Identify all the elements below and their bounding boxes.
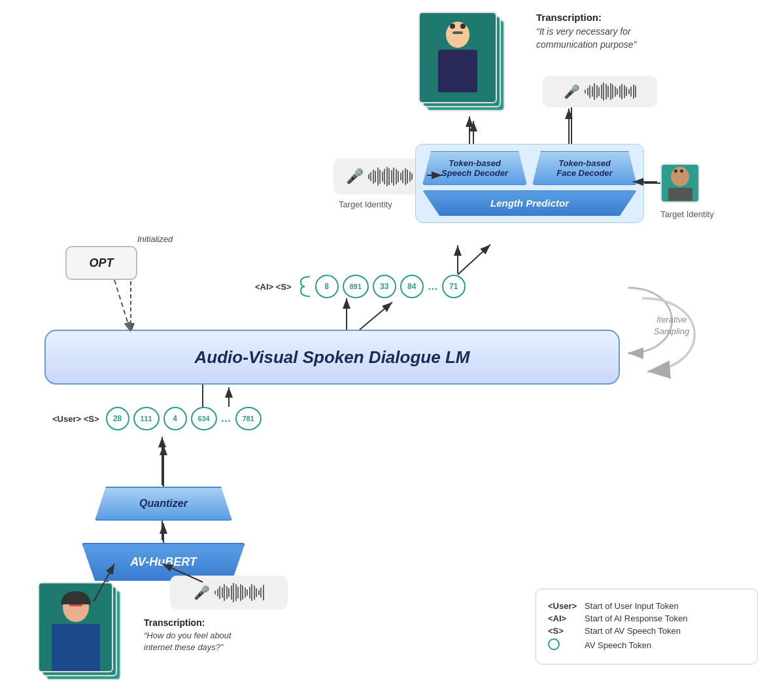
top-waveform-container: 🎤 bbox=[333, 158, 425, 194]
opt-box: OPT bbox=[65, 246, 137, 280]
face-decoder-label: Token-basedFace Decoder bbox=[556, 158, 612, 178]
waveform-top bbox=[368, 167, 413, 186]
ai-tokens-prefix: <AI> <S> bbox=[255, 282, 292, 292]
bottom-video-frames bbox=[38, 582, 123, 683]
bottom-transcription: Transcription: “How do you feel aboutint… bbox=[144, 617, 301, 653]
face-decoder-box: Token-basedFace Decoder bbox=[532, 151, 637, 185]
legend-circle-icon bbox=[548, 638, 560, 650]
user-token-2: 111 bbox=[133, 407, 160, 430]
opt-label: OPT bbox=[89, 256, 113, 270]
user-token-1: 28 bbox=[106, 407, 129, 430]
transcription-bottom-label: Transcription: bbox=[144, 617, 301, 628]
legend-table: <User> Start of User Input Token <AI> St… bbox=[548, 598, 687, 655]
speech-decoder-label: Token-basedSpeech Decoder bbox=[441, 158, 508, 178]
top-transcription: Transcription: “It is very necessary for… bbox=[536, 12, 758, 51]
legend-row-s: <S> Start of AV Speech Token bbox=[548, 626, 687, 636]
ai-tokens-row: <AI> <S> 8 891 33 84 … 71 bbox=[255, 275, 466, 298]
user-token-dots: … bbox=[221, 413, 231, 424]
user-tokens-prefix: <User> <S> bbox=[52, 414, 99, 424]
transcription-top-label: Transcription: bbox=[536, 12, 758, 23]
top-video-frames bbox=[418, 12, 503, 116]
waveform-top-right bbox=[585, 82, 636, 101]
svg-line-24 bbox=[360, 302, 392, 330]
transcription-top-text: “It is very necessary forcommunication p… bbox=[536, 26, 758, 51]
transcription-bottom-text: “How do you feel aboutinternet these day… bbox=[144, 630, 301, 653]
ai-brace bbox=[298, 275, 311, 298]
ai-token-dots: … bbox=[428, 281, 438, 292]
ai-token-2: 891 bbox=[343, 275, 369, 298]
target-identity-right-photo bbox=[660, 164, 700, 203]
legend-s-desc: Start of AV Speech Token bbox=[585, 626, 687, 636]
user-token-3: 4 bbox=[163, 407, 187, 430]
microphone-icon-bottom: 🎤 bbox=[194, 585, 210, 600]
waveform-bottom bbox=[214, 583, 264, 602]
svg-line-30 bbox=[114, 280, 131, 332]
legend-circle-desc: AV Speech Token bbox=[585, 638, 687, 652]
legend-row-ai: <AI> Start of AI Response Token bbox=[548, 614, 687, 623]
iterative-sampling-label: IterativeSampling bbox=[654, 314, 689, 337]
microphone-icon-top-right: 🎤 bbox=[564, 84, 580, 99]
ai-token-last: 71 bbox=[442, 275, 466, 298]
user-token-4: 634 bbox=[191, 407, 217, 430]
target-identity-left-label: Target Identity bbox=[339, 199, 392, 209]
main-lm-label: Audio-Visual Spoken Dialogue LM bbox=[195, 347, 470, 368]
legend-box: <User> Start of User Input Token <AI> St… bbox=[536, 589, 758, 665]
legend-row-user: <User> Start of User Input Token bbox=[548, 601, 687, 611]
ai-token-4: 84 bbox=[400, 275, 424, 298]
length-predictor-label: Length Predictor bbox=[490, 198, 569, 209]
main-lm-box: Audio-Visual Spoken Dialogue LM bbox=[44, 330, 620, 385]
initialized-label: Initialized bbox=[137, 234, 173, 244]
ai-token-3: 33 bbox=[373, 275, 396, 298]
quantizer-box: Quantizer bbox=[95, 487, 232, 521]
legend-row-circle: AV Speech Token bbox=[548, 638, 687, 652]
user-token-last: 781 bbox=[235, 407, 262, 430]
quantizer-label: Quantizer bbox=[139, 498, 188, 510]
legend-user-desc: Start of User Input Token bbox=[585, 601, 687, 611]
legend-ai-desc: Start of AI Response Token bbox=[585, 614, 687, 623]
length-predictor-box: Length Predictor bbox=[422, 190, 637, 216]
ai-token-1: 8 bbox=[315, 275, 339, 298]
top-waveform-right-container: 🎤 bbox=[543, 76, 657, 107]
avhubert-label: AV-HuBERT bbox=[130, 555, 197, 569]
speech-decoder-box: Token-basedSpeech Decoder bbox=[422, 151, 527, 185]
svg-line-25 bbox=[458, 245, 490, 275]
target-identity-right-label: Target Identity bbox=[660, 209, 714, 219]
bottom-waveform-container: 🎤 bbox=[170, 576, 288, 610]
microphone-icon-top: 🎤 bbox=[346, 168, 364, 185]
user-tokens-row: <User> <S> 28 111 4 634 … 781 bbox=[52, 407, 262, 430]
decoder-container: Token-basedSpeech Decoder Token-basedFac… bbox=[415, 144, 644, 223]
